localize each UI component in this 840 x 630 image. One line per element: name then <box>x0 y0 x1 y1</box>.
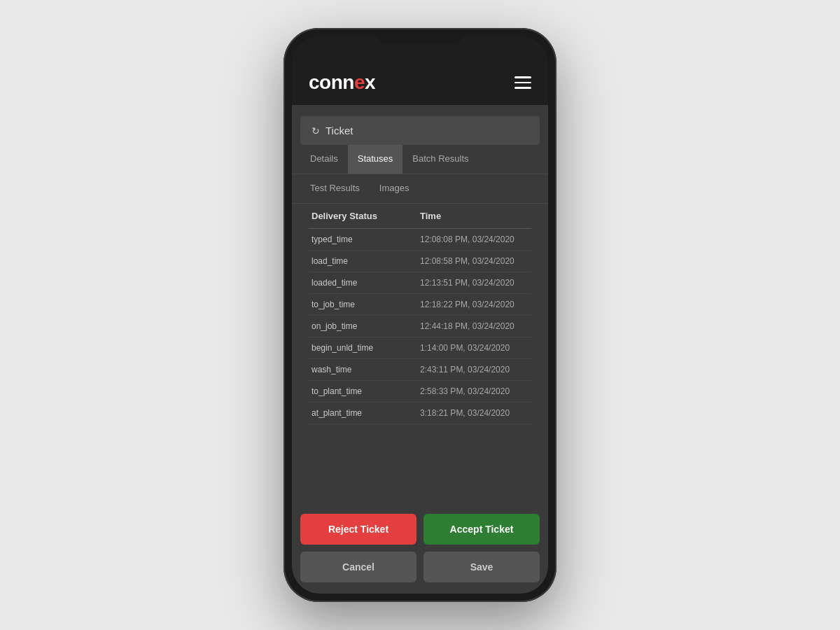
time-cell: 12:08:58 PM, 03/24/2020 <box>420 256 528 266</box>
refresh-icon[interactable]: ↻ <box>312 125 320 136</box>
hamburger-menu[interactable] <box>514 76 531 89</box>
col-header-status: Delivery Status <box>312 211 420 221</box>
table-row: wash_time 2:43:11 PM, 03/24/2020 <box>309 359 531 381</box>
secondary-btn-row: Cancel Save <box>300 552 540 582</box>
ticket-title: Ticket <box>326 125 353 136</box>
actions-area: Reject Ticket Accept Ticket Cancel Save <box>292 503 548 594</box>
time-cell: 12:08:08 PM, 03/24/2020 <box>420 234 528 244</box>
save-button[interactable]: Save <box>424 552 540 582</box>
tabs-row-1: Details Statuses Batch Results <box>292 145 548 174</box>
accept-ticket-button[interactable]: Accept Ticket <box>424 514 540 545</box>
tab-details[interactable]: Details <box>300 145 348 174</box>
table-row: at_plant_time 3:18:21 PM, 03/24/2020 <box>309 402 531 424</box>
time-cell: 12:18:22 PM, 03/24/2020 <box>420 300 528 309</box>
status-table: Delivery Status Time typed_time 12:08:08… <box>309 204 531 424</box>
time-cell: 2:43:11 PM, 03/24/2020 <box>420 365 528 374</box>
status-cell: load_time <box>312 256 420 266</box>
tab-batch-results[interactable]: Batch Results <box>402 145 478 174</box>
content-area: ↻ Ticket Details Statuses Batch Results … <box>292 105 548 503</box>
status-cell: on_job_time <box>312 321 420 331</box>
table-body: typed_time 12:08:08 PM, 03/24/2020 load_… <box>309 229 531 424</box>
time-cell: 12:44:18 PM, 03/24/2020 <box>420 321 528 331</box>
table-row: to_plant_time 2:58:33 PM, 03/24/2020 <box>309 381 531 402</box>
status-cell: typed_time <box>312 234 420 244</box>
status-cell: wash_time <box>312 365 420 374</box>
table-row: begin_unld_time 1:14:00 PM, 03/24/2020 <box>309 337 531 359</box>
time-cell: 3:18:21 PM, 03/24/2020 <box>420 408 528 418</box>
table-row: to_job_time 12:18:22 PM, 03/24/2020 <box>309 294 531 316</box>
status-cell: loaded_time <box>312 278 420 288</box>
status-cell: to_job_time <box>312 300 420 309</box>
phone-notch <box>378 36 462 43</box>
status-cell: begin_unld_time <box>312 343 420 353</box>
tab-images[interactable]: Images <box>370 174 419 203</box>
time-cell: 2:58:33 PM, 03/24/2020 <box>420 386 528 396</box>
tabs-row-2: Test Results Images <box>292 174 548 204</box>
phone-frame: connex ↻ Ticket Details Statuses Batch R… <box>284 28 556 602</box>
status-table-section: Delivery Status Time typed_time 12:08:08… <box>292 204 548 424</box>
tab-statuses[interactable]: Statuses <box>348 145 403 174</box>
table-row: on_job_time 12:44:18 PM, 03/24/2020 <box>309 316 531 337</box>
app-logo: connex <box>309 71 375 94</box>
table-row: loaded_time 12:13:51 PM, 03/24/2020 <box>309 272 531 294</box>
time-cell: 12:13:51 PM, 03/24/2020 <box>420 278 528 288</box>
col-header-time: Time <box>420 211 528 221</box>
table-row: typed_time 12:08:08 PM, 03/24/2020 <box>309 229 531 251</box>
reject-ticket-button[interactable]: Reject Ticket <box>300 514 416 545</box>
cancel-button[interactable]: Cancel <box>300 552 416 582</box>
phone-screen: connex ↻ Ticket Details Statuses Batch R… <box>292 36 548 594</box>
status-cell: at_plant_time <box>312 408 420 418</box>
time-cell: 1:14:00 PM, 03/24/2020 <box>420 343 528 353</box>
status-cell: to_plant_time <box>312 386 420 396</box>
table-row: load_time 12:08:58 PM, 03/24/2020 <box>309 251 531 272</box>
primary-btn-row: Reject Ticket Accept Ticket <box>300 514 540 545</box>
ticket-header-bar: ↻ Ticket <box>300 116 540 145</box>
tab-test-results[interactable]: Test Results <box>300 174 370 203</box>
table-header: Delivery Status Time <box>309 204 531 229</box>
app-header: connex <box>292 36 548 105</box>
